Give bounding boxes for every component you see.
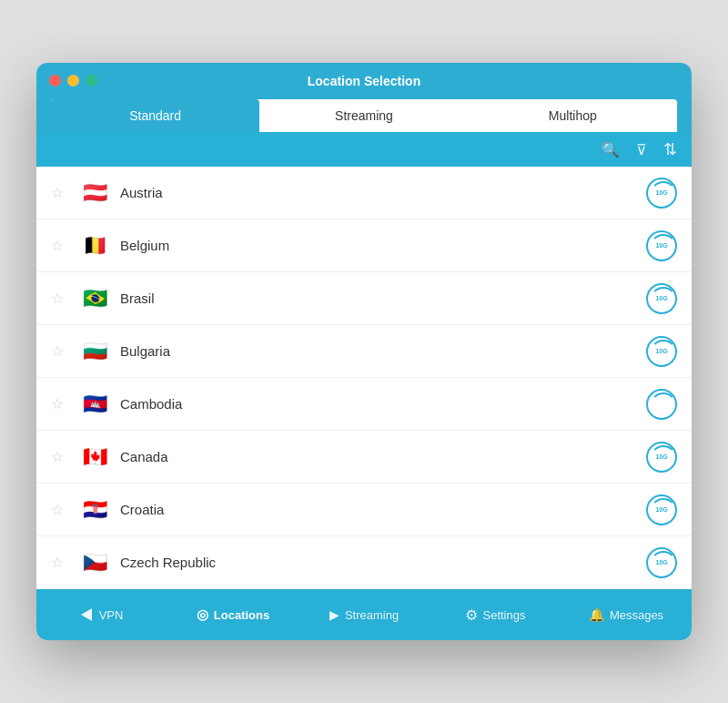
favorite-icon[interactable]: ☆ [51, 342, 69, 360]
tab-multihop[interactable]: Multihop [469, 99, 677, 132]
toolbar [36, 132, 692, 167]
table-row[interactable]: ☆ 🇰🇭 Cambodia [36, 378, 692, 431]
table-row[interactable]: ☆ 🇭🇷 Croatia 10G [36, 484, 692, 536]
table-row[interactable]: ☆ 🇧🇪 Belgium 10G [36, 219, 692, 272]
country-flag: 🇧🇬 [80, 341, 109, 362]
location-icon [197, 606, 208, 623]
country-flag: 🇭🇷 [80, 499, 109, 521]
nav-label-settings: Settings [483, 608, 526, 622]
country-name: Austria [120, 185, 635, 200]
nav-item-settings[interactable]: Settings [430, 589, 561, 640]
favorite-icon[interactable]: ☆ [51, 395, 69, 413]
close-button[interactable] [49, 75, 61, 87]
country-flag: 🇧🇪 [80, 235, 109, 257]
nav-label-messages: Messages [610, 608, 663, 622]
favorite-icon[interactable]: ☆ [51, 237, 69, 254]
country-name: Croatia [120, 502, 635, 517]
favorite-icon[interactable]: ☆ [51, 290, 69, 307]
speed-badge: 10G [646, 178, 677, 209]
speed-badge: 10G [646, 230, 677, 261]
tab-streaming[interactable]: Streaming [259, 99, 468, 132]
speed-badge: 10G [646, 494, 677, 525]
country-name: Canada [120, 449, 635, 464]
table-row[interactable]: ☆ 🇦🇹 Austria 10G [36, 167, 692, 219]
settings-icon [465, 606, 478, 624]
filter-icon[interactable] [636, 140, 647, 159]
maximize-button[interactable] [86, 75, 97, 87]
minimize-button[interactable] [67, 75, 79, 87]
speed-badge: 10G [646, 442, 677, 473]
favorite-icon[interactable]: ☆ [51, 501, 69, 518]
window-controls [49, 75, 97, 87]
country-name: Bulgaria [120, 343, 635, 359]
table-row[interactable]: ☆ 🇨🇦 Canada 10G [36, 431, 692, 484]
country-flag: 🇧🇷 [80, 288, 109, 310]
table-row[interactable]: ☆ 🇨🇿 Czech Republic 10G [36, 536, 692, 589]
search-icon[interactable] [602, 140, 620, 159]
favorite-icon[interactable]: ☆ [51, 554, 69, 571]
bell-icon [589, 606, 604, 623]
nav-item-messages[interactable]: Messages [561, 589, 692, 640]
bottom-nav: VPN Locations Streaming Settings Message… [36, 589, 692, 640]
table-row[interactable]: ☆ 🇧🇬 Bulgaria 10G [36, 325, 692, 378]
tab-bar: Standard Streaming Multihop [51, 99, 677, 132]
country-flag: 🇨🇦 [80, 446, 109, 468]
country-name: Czech Republic [120, 555, 635, 570]
country-name: Belgium [120, 238, 635, 253]
tab-standard[interactable]: Standard [51, 99, 259, 132]
favorite-icon[interactable]: ☆ [51, 184, 69, 201]
country-flag: 🇰🇭 [80, 393, 109, 415]
favorite-icon[interactable]: ☆ [51, 448, 69, 465]
country-flag: 🇦🇹 [80, 182, 109, 204]
table-row[interactable]: ☆ 🇧🇷 Brasil 10G [36, 272, 692, 325]
nav-label-streaming: Streaming [345, 608, 399, 622]
speed-badge: 10G [646, 547, 677, 578]
country-name: Cambodia [120, 396, 635, 412]
country-flag: 🇨🇿 [80, 552, 109, 574]
nav-item-locations[interactable]: Locations [167, 589, 298, 640]
country-name: Brasil [120, 290, 635, 306]
nav-label-vpn: VPN [99, 608, 124, 622]
nav-item-streaming[interactable]: Streaming [298, 589, 430, 640]
country-list: ☆ 🇦🇹 Austria 10G ☆ 🇧🇪 Belgium 10G ☆ 🇧🇷 B… [36, 167, 692, 589]
nav-item-vpn[interactable]: VPN [36, 589, 167, 640]
speed-badge [646, 389, 677, 420]
app-window: Location Selection Standard Streaming Mu… [36, 63, 692, 640]
vpn-icon [81, 608, 92, 621]
nav-label-locations: Locations [214, 608, 269, 622]
speed-badge: 10G [646, 283, 677, 314]
streaming-icon [329, 606, 339, 623]
sort-icon[interactable] [663, 139, 677, 159]
titlebar: Location Selection Standard Streaming Mu… [36, 63, 692, 132]
window-title: Location Selection [308, 74, 420, 99]
speed-badge: 10G [646, 336, 677, 367]
